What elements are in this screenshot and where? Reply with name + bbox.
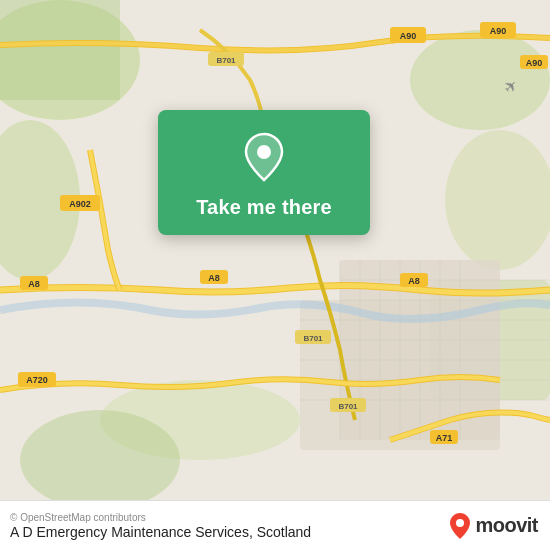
footer-left: © OpenStreetMap contributors A D Emergen…: [10, 512, 311, 540]
moovit-pin-icon: [449, 512, 471, 540]
svg-rect-3: [0, 0, 120, 100]
svg-text:B701: B701: [216, 56, 236, 65]
svg-point-50: [257, 145, 271, 159]
service-name: A D Emergency Maintenance Services, Scot…: [10, 524, 311, 540]
svg-text:A90: A90: [526, 58, 543, 68]
svg-text:A90: A90: [490, 26, 507, 36]
svg-text:B701: B701: [338, 402, 358, 411]
take-me-there-label: Take me there: [196, 196, 332, 219]
svg-text:A8: A8: [408, 276, 420, 286]
svg-text:A902: A902: [69, 199, 91, 209]
svg-point-51: [456, 519, 464, 527]
svg-text:A90: A90: [400, 31, 417, 41]
copyright-text: © OpenStreetMap contributors: [10, 512, 311, 523]
footer-bar: © OpenStreetMap contributors A D Emergen…: [0, 500, 550, 550]
moovit-text: moovit: [475, 514, 538, 537]
map-container: A90 A90 A90 B701 A8 A8 A8 A902 B701 B701: [0, 0, 550, 500]
svg-text:B701: B701: [303, 334, 323, 343]
svg-text:A720: A720: [26, 375, 48, 385]
moovit-logo: moovit: [449, 512, 538, 540]
map-background: A90 A90 A90 B701 A8 A8 A8 A902 B701 B701: [0, 0, 550, 500]
svg-point-5: [445, 130, 550, 270]
svg-point-4: [410, 30, 550, 130]
svg-text:A8: A8: [28, 279, 40, 289]
location-pin-icon: [238, 130, 290, 182]
action-card[interactable]: Take me there: [158, 110, 370, 235]
location-icon-wrap: [236, 128, 292, 184]
svg-text:A8: A8: [208, 273, 220, 283]
svg-text:A71: A71: [436, 433, 453, 443]
